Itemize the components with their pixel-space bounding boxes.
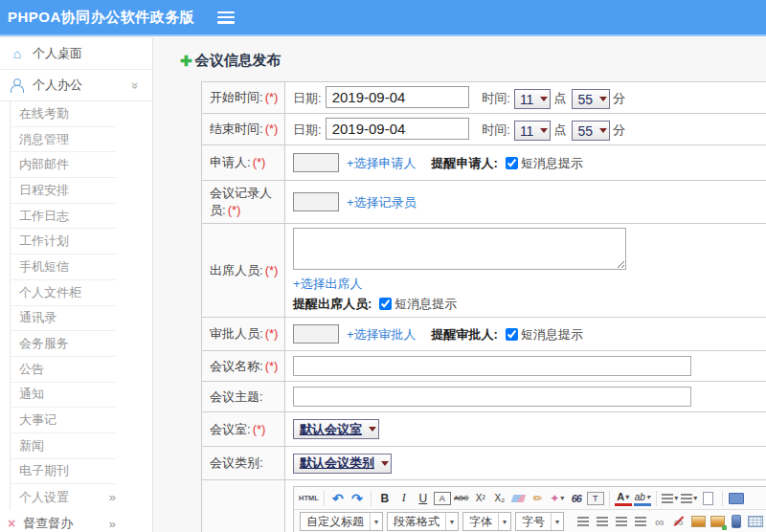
font-family-select[interactable]: 字体▾ <box>462 512 511 531</box>
table-row: 申请人:(*) +选择申请人提醒申请人:短消息提示 <box>202 145 766 181</box>
bold-icon[interactable]: B <box>376 490 394 507</box>
meeting-name-label: 会议名称: <box>210 359 263 373</box>
end-hour-select[interactable]: 11 <box>514 121 552 141</box>
pick-attendees-link[interactable]: +选择出席人 <box>293 277 363 291</box>
chevron-right-icon: » <box>109 517 116 531</box>
blockquote-icon[interactable]: 66 <box>568 490 585 507</box>
end-minute-select[interactable]: 55 <box>572 121 610 141</box>
minute-unit-label: 分 <box>613 122 625 137</box>
sidebar-item[interactable]: 会务服务 <box>11 331 116 357</box>
start-time-label: 开始时间: <box>210 90 263 104</box>
sidebar-item-desktop[interactable]: ⌂ 个人桌面 <box>0 38 152 70</box>
sidebar-item[interactable]: 新闻 <box>11 433 116 459</box>
required-marker: (*) <box>265 90 279 104</box>
recorder-input[interactable] <box>293 192 339 211</box>
sidebar-item[interactable]: 公告 <box>11 357 116 383</box>
attendees-textarea[interactable] <box>293 228 626 270</box>
meeting-category-select[interactable]: 默认会议类别 <box>293 454 392 474</box>
page-title: ✚ 会议信息发布 <box>180 52 766 70</box>
date-label: 日期: <box>293 91 322 105</box>
italic-icon[interactable]: I <box>395 490 413 507</box>
table-row: 结束时间:(*) 日期: 时间:11点55分 <box>202 114 766 145</box>
font-color-icon[interactable]: A▾ <box>615 491 632 506</box>
strikethrough-icon[interactable]: ABC <box>453 490 470 507</box>
align-center-icon[interactable] <box>594 513 611 530</box>
font-border-icon[interactable]: A <box>434 492 451 505</box>
sms-label: 短消息提示 <box>394 297 457 311</box>
sidebar-item[interactable]: 大事记 <box>11 408 116 433</box>
sidebar-item[interactable]: 通讯录 <box>11 306 116 332</box>
sidebar-item-label: 个人办公 <box>33 77 82 94</box>
approver-sms-checkbox[interactable] <box>506 328 518 341</box>
meeting-topic-input[interactable] <box>293 387 691 407</box>
select-arrow-icon <box>537 90 550 108</box>
user-icon <box>10 78 23 92</box>
superscript-icon[interactable]: X² <box>472 490 489 507</box>
attendees-sms-checkbox[interactable] <box>379 298 392 310</box>
pick-approver-link[interactable]: +选择审批人 <box>347 327 417 342</box>
sidebar-item[interactable]: 个人设置» <box>11 484 116 510</box>
sidebar-item[interactable]: 工作计划 <box>11 229 116 255</box>
underline-icon[interactable]: U <box>415 490 432 507</box>
unordered-list-icon[interactable]: ▾ <box>681 490 698 507</box>
pick-applicant-link[interactable]: +选择申请人 <box>347 156 417 170</box>
sidebar-item[interactable]: 日程安排 <box>11 178 116 204</box>
align-right-icon[interactable] <box>613 513 630 530</box>
remind-applicant-label: 提醒申请人: <box>432 156 498 170</box>
chevron-right-icon: » <box>109 490 116 504</box>
link-icon[interactable]: ∞ <box>651 513 668 530</box>
required-marker: (*) <box>265 326 279 341</box>
table-icon[interactable] <box>747 513 764 530</box>
sms-label: 短消息提示 <box>521 156 583 170</box>
ordered-list-icon[interactable]: ▾ <box>662 490 679 507</box>
subscript-icon[interactable]: X₂ <box>491 490 508 507</box>
toolbar-divider <box>722 491 723 506</box>
custom-title-select[interactable]: 自定义标题▾ <box>300 512 383 531</box>
hamburger-menu-icon[interactable] <box>217 11 235 24</box>
meeting-form: 开始时间:(*) 日期: 时间:11点55分 结束时间:(*) 日期: 时间:1… <box>201 81 766 532</box>
undo-icon[interactable]: ↶ <box>329 490 347 507</box>
sidebar-item[interactable]: 手机短信 <box>11 255 116 280</box>
plus-icon: ✚ <box>180 53 192 70</box>
approver-input[interactable] <box>293 324 339 344</box>
start-date-input[interactable] <box>326 86 469 108</box>
sidebar-item[interactable]: 消息管理 <box>11 127 116 153</box>
highlight-icon[interactable]: ab▾ <box>634 491 651 506</box>
applicant-sms-checkbox[interactable] <box>506 157 518 169</box>
sidebar-item[interactable]: 个人文件柜 <box>11 280 116 306</box>
toolbar-divider <box>324 491 325 506</box>
applicant-input[interactable] <box>293 153 339 172</box>
image-icon[interactable] <box>689 513 707 530</box>
align-justify-icon[interactable] <box>632 513 649 530</box>
eraser-icon[interactable] <box>510 490 528 507</box>
sidebar-item[interactable]: 在线考勤 <box>11 101 116 127</box>
end-date-input[interactable] <box>326 118 469 140</box>
start-minute-select[interactable]: 55 <box>572 89 610 109</box>
fullscreen-icon[interactable] <box>728 490 745 507</box>
paste-text-icon[interactable]: T <box>587 492 604 505</box>
format-brush-icon[interactable]: ✏ <box>529 490 547 507</box>
sidebar-item[interactable]: 内部邮件 <box>11 152 116 178</box>
auto-typeset-icon[interactable]: ✦▾ <box>549 490 566 507</box>
redo-icon[interactable]: ↷ <box>349 490 366 507</box>
sidebar-item[interactable]: 电子期刊 <box>11 459 116 485</box>
start-hour-select[interactable]: 11 <box>514 89 552 109</box>
pick-recorder-link[interactable]: +选择记录员 <box>347 195 417 210</box>
new-page-icon[interactable] <box>700 490 717 507</box>
meeting-name-input[interactable] <box>293 356 691 376</box>
paragraph-format-select[interactable]: 段落格式▾ <box>387 512 459 531</box>
home-icon: ⌂ <box>10 46 25 61</box>
html-source-icon[interactable]: HTML <box>299 490 319 507</box>
sidebar-item[interactable]: 工作日志 <box>11 204 116 230</box>
meeting-room-select[interactable]: 默认会议室 <box>293 419 379 439</box>
align-left-icon[interactable] <box>574 513 592 530</box>
chevron-down-icon: ▾ <box>551 513 563 530</box>
sidebar-item-supervise[interactable]: × 督查督办 » <box>0 510 152 532</box>
insert-image-icon[interactable] <box>709 513 726 530</box>
font-size-select[interactable]: 字号▾ <box>515 512 564 531</box>
sidebar-item-office[interactable]: 个人办公 » <box>0 70 152 101</box>
unlink-icon[interactable]: ∞ <box>670 513 687 530</box>
sidebar-item[interactable]: 通知 <box>11 383 116 409</box>
media-icon[interactable] <box>728 513 745 530</box>
approver-label: 审批人员: <box>210 326 263 341</box>
